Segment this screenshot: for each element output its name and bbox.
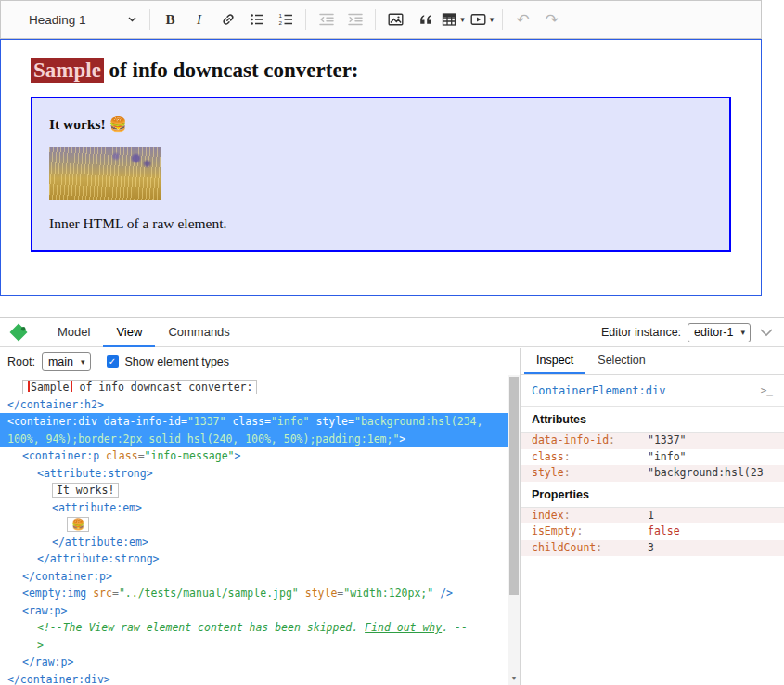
code-line[interactable]: </container:p> bbox=[0, 568, 508, 586]
attributes-table: data-info-id"1337"class"info"style"backg… bbox=[521, 433, 784, 482]
bold-button[interactable]: B bbox=[156, 6, 185, 33]
redo-button: ↷ bbox=[537, 6, 566, 33]
text-node-box[interactable]: 🍔 bbox=[67, 517, 89, 532]
code-line[interactable]: <container:p class="info-message"> bbox=[0, 447, 508, 465]
code-line[interactable]: </attribute:em> bbox=[0, 534, 508, 551]
insert-image-button[interactable] bbox=[381, 6, 410, 33]
code-line[interactable]: <!--The View raw element content has bee… bbox=[0, 619, 508, 653]
code-line-selected[interactable]: <container:div data-info-id="1337" class… bbox=[0, 413, 508, 447]
code-token: > bbox=[37, 639, 44, 652]
property-row[interactable]: index1 bbox=[521, 508, 784, 524]
property-row[interactable]: data-info-id"1337" bbox=[521, 433, 784, 449]
link-button[interactable] bbox=[213, 6, 242, 33]
editor-instance-value: editor-1 bbox=[694, 326, 733, 339]
code-line[interactable]: It works! bbox=[0, 482, 508, 499]
property-value: false bbox=[648, 523, 680, 540]
outdent-icon bbox=[319, 12, 334, 27]
insert-media-button[interactable]: ▾ bbox=[468, 6, 496, 33]
text-node-box[interactable]: Sample of info downcast converter: bbox=[22, 380, 257, 394]
code-token: style bbox=[305, 587, 338, 600]
editor-frame: Heading 1 B I 12 ▾ ▾ ↶ ↷ Sample of info … bbox=[0, 0, 762, 296]
toolbar-separator bbox=[502, 9, 503, 30]
code-token: Sample bbox=[31, 381, 70, 394]
undo-icon: ↶ bbox=[516, 10, 529, 30]
scrollbar-down-button[interactable]: ▼ bbox=[508, 671, 520, 685]
code-token: > bbox=[399, 433, 405, 446]
ckeditor-logo-icon bbox=[9, 323, 28, 342]
tab-commands[interactable]: Commands bbox=[155, 318, 242, 347]
indent-icon bbox=[348, 12, 363, 27]
code-line[interactable]: </raw:p> bbox=[0, 653, 508, 671]
burger-emoji[interactable]: 🍔 bbox=[106, 116, 127, 132]
property-row[interactable]: style"background:hsl(23 bbox=[521, 465, 784, 482]
numbered-list-button[interactable]: 12 bbox=[271, 6, 300, 33]
code-token: <!--The View raw element content has bee… bbox=[37, 621, 365, 634]
marker-highlight[interactable]: Sample bbox=[31, 58, 104, 83]
code-line[interactable]: Sample of info downcast converter: bbox=[0, 379, 508, 396]
bold-icon: B bbox=[165, 12, 174, 28]
inspected-element-title: ContainerElement:div bbox=[532, 384, 666, 397]
italic-button[interactable]: I bbox=[185, 6, 213, 33]
log-to-console-button[interactable]: >_ bbox=[761, 384, 773, 396]
code-token: = bbox=[181, 415, 187, 428]
code-line[interactable]: 🍔 bbox=[0, 516, 508, 534]
heading-text[interactable]: of info downcast converter: bbox=[104, 58, 359, 82]
code-line[interactable]: </attribute:strong> bbox=[0, 550, 508, 568]
chevron-down-icon: ▾ bbox=[490, 15, 495, 24]
code-token: <attribute:strong> bbox=[37, 467, 153, 480]
raw-element-text[interactable]: Inner HTML of a raw element. bbox=[49, 215, 713, 232]
code-token: > bbox=[235, 449, 241, 462]
inspector-header: Model View Commands Editor instance: edi… bbox=[0, 318, 784, 347]
code-token: </container:div> bbox=[7, 673, 110, 685]
sample-image[interactable] bbox=[49, 147, 161, 200]
property-value: "1337" bbox=[648, 433, 687, 449]
code-token: class bbox=[106, 449, 138, 462]
code-token: It works! bbox=[57, 484, 114, 497]
block-quote-button[interactable] bbox=[410, 6, 439, 33]
tab-inspect[interactable]: Inspect bbox=[524, 348, 585, 374]
editor-heading[interactable]: Sample of info downcast converter: bbox=[31, 58, 731, 83]
code-line[interactable]: <attribute:strong> bbox=[0, 465, 508, 483]
code-tree: Sample of info downcast converter:</cont… bbox=[0, 375, 508, 685]
heading-dropdown[interactable]: Heading 1 bbox=[21, 6, 144, 33]
image-icon bbox=[388, 12, 404, 27]
code-line[interactable]: </container:div> bbox=[0, 671, 508, 685]
info-strong-text[interactable]: It works! bbox=[49, 116, 106, 132]
property-value: "background:hsl(23 bbox=[648, 465, 764, 482]
bulleted-list-button[interactable] bbox=[242, 6, 271, 33]
show-element-types-checkbox[interactable]: ✓ bbox=[107, 355, 119, 368]
insert-table-button[interactable]: ▾ bbox=[439, 6, 468, 33]
table-icon bbox=[442, 12, 456, 27]
tree-scrollbar[interactable]: ▼ bbox=[508, 375, 520, 685]
code-token: = bbox=[112, 587, 119, 600]
property-row[interactable]: isEmptyfalse bbox=[521, 523, 784, 540]
show-element-types-label[interactable]: Show element types bbox=[125, 355, 230, 368]
property-value: "info" bbox=[648, 449, 687, 466]
code-line[interactable]: <empty:img src="../tests/manual/sample.j… bbox=[0, 585, 508, 602]
code-token: <container:div bbox=[7, 415, 104, 428]
find-out-why-link[interactable]: Find out why bbox=[365, 621, 442, 634]
scrollbar-thumb[interactable] bbox=[509, 377, 519, 595]
info-box-widget[interactable]: It works! 🍔 Inner HTML of a raw element. bbox=[31, 97, 731, 252]
property-row[interactable]: class"info" bbox=[521, 449, 784, 466]
code-token: "width:120px;" bbox=[343, 587, 433, 600]
code-token: "../tests/manual/sample.jpg" bbox=[119, 587, 299, 600]
editor-instance-select[interactable]: editor-1 ▾ bbox=[688, 323, 751, 342]
root-select[interactable]: main ▾ bbox=[42, 352, 91, 371]
code-line[interactable]: <attribute:em> bbox=[0, 499, 508, 517]
property-row[interactable]: childCount3 bbox=[521, 540, 784, 557]
code-line[interactable]: <raw:p> bbox=[0, 602, 508, 620]
code-token: /> bbox=[433, 587, 453, 600]
collapse-inspector-button[interactable] bbox=[760, 329, 773, 337]
tab-view[interactable]: View bbox=[103, 318, 155, 347]
tab-selection[interactable]: Selection bbox=[585, 348, 657, 374]
editor-editable[interactable]: Sample of info downcast converter: It wo… bbox=[0, 39, 762, 296]
outdent-button bbox=[312, 6, 341, 33]
indent-button bbox=[341, 6, 369, 33]
properties-table: index1isEmptyfalsechildCount3 bbox=[521, 508, 784, 557]
text-node-box[interactable]: It works! bbox=[52, 483, 119, 498]
code-line[interactable]: </container:h2> bbox=[0, 396, 508, 414]
code-token: "1337" bbox=[187, 415, 226, 428]
tab-model[interactable]: Model bbox=[45, 318, 103, 347]
tree-toolbar: Root: main ▾ ✓ Show element types bbox=[0, 348, 520, 375]
